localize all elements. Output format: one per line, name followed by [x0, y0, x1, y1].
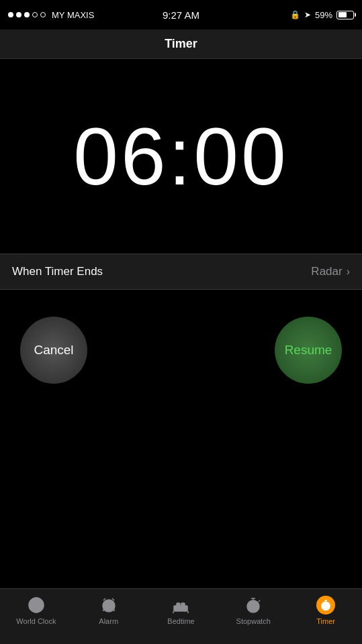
- tab-world-clock[interactable]: World Clock: [0, 596, 73, 625]
- svg-rect-14: [181, 603, 185, 606]
- nav-title-bar: Timer: [0, 30, 362, 59]
- stopwatch-icon: [244, 596, 263, 614]
- tab-bar: World Clock Alarm: [0, 588, 362, 644]
- battery-percentage: 59%: [315, 10, 332, 20]
- main-content: 06:00 When Timer Ends Radar › Cancel Res…: [0, 59, 362, 588]
- svg-rect-12: [174, 606, 187, 611]
- resume-button[interactable]: Resume: [275, 317, 342, 384]
- signal-dot-3: [24, 12, 30, 17]
- status-left: MY MAXIS: [8, 10, 94, 20]
- svg-line-9: [112, 598, 114, 600]
- timer-icon: [316, 596, 335, 614]
- timer-label: Timer: [316, 617, 335, 625]
- status-time: 9:27 AM: [163, 9, 199, 21]
- when-timer-label: When Timer Ends: [12, 265, 103, 278]
- lock-icon: 🔒: [290, 10, 300, 19]
- tab-alarm[interactable]: Alarm: [73, 596, 145, 625]
- world-clock-label: World Clock: [16, 617, 56, 625]
- chevron-right-icon: ›: [347, 266, 350, 278]
- tab-stopwatch[interactable]: Stopwatch: [217, 596, 289, 625]
- when-timer-ends-row[interactable]: When Timer Ends Radar ›: [0, 254, 362, 290]
- cancel-button[interactable]: Cancel: [20, 317, 87, 384]
- tab-bedtime[interactable]: Bedtime: [145, 596, 218, 625]
- carrier-text: MY MAXIS: [52, 10, 94, 20]
- status-bar: MY MAXIS 9:27 AM 🔒 ➤ 59%: [0, 0, 362, 30]
- bedtime-label: Bedtime: [167, 617, 194, 625]
- signal-dot-2: [16, 12, 21, 17]
- location-icon: ➤: [304, 10, 311, 19]
- battery-fill: [338, 12, 347, 17]
- status-right: 🔒 ➤ 59%: [290, 10, 354, 20]
- alarm-icon: [99, 596, 118, 614]
- page-title: Timer: [165, 37, 197, 51]
- battery-body: [336, 11, 354, 19]
- buttons-area: Cancel Resume: [0, 290, 362, 588]
- signal-dot-4: [32, 12, 38, 17]
- tab-timer[interactable]: Timer: [289, 596, 362, 625]
- when-timer-right: Radar ›: [311, 265, 350, 278]
- svg-line-21: [259, 600, 260, 602]
- world-clock-icon: [27, 596, 46, 614]
- bedtime-icon: [171, 596, 190, 614]
- alarm-label: Alarm: [99, 617, 118, 625]
- signal-dot-5: [40, 12, 46, 17]
- timer-sound-value: Radar: [311, 265, 342, 278]
- timer-tab-circle: [316, 596, 335, 614]
- timer-display-area: 06:00: [0, 59, 362, 254]
- svg-rect-13: [177, 603, 180, 606]
- signal-dot-1: [8, 12, 13, 17]
- stopwatch-label: Stopwatch: [236, 617, 271, 625]
- svg-line-8: [103, 598, 105, 600]
- timer-display: 06:00: [73, 116, 288, 197]
